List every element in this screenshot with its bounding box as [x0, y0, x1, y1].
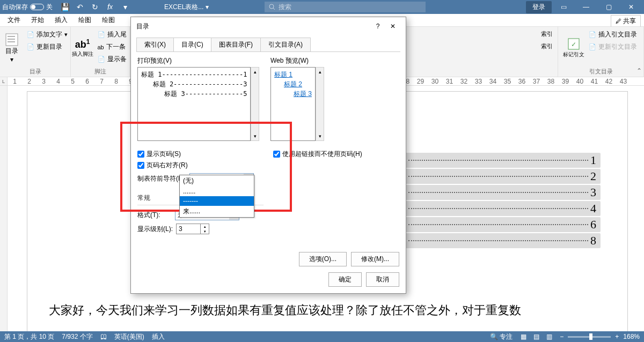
- undo-icon[interactable]: ↶: [73, 1, 87, 13]
- zoom-in-icon[interactable]: +: [615, 333, 619, 340]
- tab-home[interactable]: 开始: [26, 13, 49, 27]
- options-button[interactable]: 选项(O)...: [299, 252, 347, 266]
- document-title: EXCEL表格... ▾: [132, 3, 265, 12]
- use-hyperlinks-label: 使用超链接而不使用页码(H): [282, 150, 362, 159]
- dialog-tab-authorities[interactable]: 引文目录(A): [260, 38, 311, 51]
- dialog-titlebar: 目录 ? ✕: [131, 17, 406, 35]
- view-print-icon[interactable]: ▤: [530, 332, 543, 341]
- print-preview-scrollbar[interactable]: ▴▾: [251, 67, 259, 141]
- add-text-button[interactable]: 📄 添加文字 ▾: [25, 29, 70, 40]
- view-web-icon[interactable]: ▥: [543, 332, 555, 341]
- search-bar[interactable]: 搜索: [265, 2, 426, 12]
- ribbon-group-index: 索引 索引: [536, 27, 558, 77]
- svg-line-1: [273, 8, 275, 10]
- status-words[interactable]: 7/932 个字: [62, 332, 92, 341]
- collapse-ribbon-icon[interactable]: ⌃: [636, 67, 642, 75]
- dialog-help-icon[interactable]: ?: [370, 20, 385, 32]
- use-hyperlinks-checkbox[interactable]: [273, 151, 280, 158]
- doc-toc-row: 4: [402, 201, 601, 216]
- levels-spinner[interactable]: ▴▾: [176, 224, 209, 234]
- ribbon-group-footnote-label: 脚注: [94, 68, 106, 76]
- right-align-label: 页码右对齐(R): [147, 161, 188, 170]
- ribbon-display-icon[interactable]: ▭: [553, 0, 574, 14]
- title-bar: 自动保存 关 💾 ↶ ↻ fx ▾ EXCEL表格... ▾ 搜索 登录 ▭ —…: [0, 0, 644, 14]
- update-toc-button[interactable]: 📄 更新目录: [25, 41, 70, 53]
- svg-text:✓: ✓: [571, 41, 576, 48]
- mark-citation-icon: ✓: [567, 37, 581, 51]
- tab-insert[interactable]: 插入: [49, 13, 73, 27]
- share-button[interactable]: 🖉 共享: [611, 15, 641, 27]
- doc-toc-row: 3: [402, 185, 601, 200]
- ribbon-group-toc-label: 目录: [30, 68, 41, 76]
- index-item2[interactable]: 索引: [539, 41, 555, 51]
- status-language[interactable]: 英语(美国): [114, 332, 144, 341]
- autosave-label: 自动保存: [2, 3, 28, 12]
- status-mode[interactable]: 插入: [152, 332, 165, 341]
- dialog-tab-toc[interactable]: 目录(C): [173, 38, 211, 51]
- dialog-title-text: 目录: [136, 22, 149, 31]
- status-spellcheck-icon[interactable]: 🕮: [100, 333, 107, 340]
- insert-footnote-button[interactable]: ab1 插入脚注: [72, 29, 93, 66]
- dialog-close-icon[interactable]: ✕: [385, 20, 400, 32]
- zoom-level[interactable]: 168%: [623, 333, 640, 340]
- doc-toc-row: 2: [402, 169, 601, 184]
- doc-toc-row: 8: [402, 233, 601, 248]
- save-icon[interactable]: 💾: [58, 1, 72, 13]
- right-align-checkbox[interactable]: [137, 162, 144, 169]
- show-pagenum-label: 显示页码(S): [147, 150, 181, 159]
- next-footnote-button[interactable]: ab 下一条: [96, 41, 129, 53]
- tab-draw[interactable]: 绘图: [73, 13, 97, 27]
- ok-button[interactable]: 确定: [328, 272, 362, 287]
- print-preview-box: 标题 1---------------------1 标题 2---------…: [137, 67, 251, 141]
- zoom-slider[interactable]: [568, 336, 611, 338]
- leader-option-dots[interactable]: .......: [180, 187, 254, 196]
- levels-input[interactable]: [177, 224, 200, 234]
- update-citation-toc-button[interactable]: 📄 更新引文目录: [587, 41, 639, 53]
- leader-dropdown-list: (无) ....... ------- 来......: [179, 175, 254, 218]
- web-preview-box: 标题 1标题 2标题 3: [270, 67, 316, 141]
- ribbon-group-toc: 目录 ▾ 📄 添加文字 ▾ 📄 更新目录 目录: [0, 27, 71, 77]
- format-label: 格式(T):: [137, 211, 172, 220]
- insert-citation-toc-button[interactable]: 📄 插入引文目录: [587, 29, 639, 40]
- svg-rect-2: [6, 34, 18, 46]
- toc-dialog: 目录 ? ✕ 索引(X) 目录(C) 图表目录(F) 引文目录(A) 打印预览(…: [130, 17, 406, 294]
- redo-icon[interactable]: ↻: [88, 1, 102, 13]
- levels-up-icon[interactable]: ▴: [200, 224, 209, 229]
- levels-label: 显示级别(L):: [137, 225, 173, 234]
- web-preview-scrollbar[interactable]: ▴▾: [316, 67, 324, 141]
- qat-dropdown-icon[interactable]: ▾: [118, 1, 132, 13]
- tab-file[interactable]: 文件: [2, 13, 26, 27]
- doc-toc-row: 1: [402, 153, 601, 168]
- leader-option-last[interactable]: 来......: [180, 206, 254, 217]
- status-bar: 第 1 页，共 10 页 7/932 个字 🕮 英语(美国) 插入 🔍 专注 ▦…: [0, 331, 644, 342]
- fx-icon[interactable]: fx: [103, 1, 117, 13]
- insert-endnote-button[interactable]: 📄 插入尾: [96, 29, 129, 40]
- levels-down-icon[interactable]: ▾: [200, 229, 209, 234]
- status-focus[interactable]: 🔍 专注: [490, 332, 513, 341]
- minimize-icon[interactable]: —: [575, 0, 597, 14]
- zoom-out-icon[interactable]: −: [560, 333, 564, 340]
- leader-option-none[interactable]: (无): [180, 175, 254, 187]
- web-preview-label: Web 预览(W): [270, 56, 399, 65]
- toc-button[interactable]: 目录 ▾: [1, 29, 23, 66]
- show-notes-button[interactable]: 📄 显示备: [96, 54, 129, 65]
- insert-footnote-label: 插入脚注: [72, 50, 93, 58]
- dialog-tab-figures[interactable]: 图表目录(F): [211, 38, 261, 51]
- index-item1[interactable]: 索引: [539, 29, 555, 39]
- search-placeholder: 搜索: [279, 3, 291, 12]
- view-read-icon[interactable]: ▦: [517, 332, 530, 341]
- doc-body-text: 大家好，今天我们来学习一列数据如果有重复值应该处理？除了放任不管之外，对于重复数: [49, 301, 606, 319]
- dialog-tab-index[interactable]: 索引(X): [136, 38, 174, 51]
- tab-draw2[interactable]: 绘图: [97, 13, 120, 27]
- cancel-button[interactable]: 取消: [366, 272, 399, 287]
- show-pagenum-checkbox[interactable]: [137, 151, 144, 158]
- modify-button[interactable]: 修改(M)...: [351, 252, 399, 266]
- maximize-icon[interactable]: ▢: [598, 0, 619, 14]
- autosave-toggle[interactable]: [30, 4, 44, 10]
- status-page[interactable]: 第 1 页，共 10 页: [4, 332, 54, 341]
- dialog-tabs: 索引(X) 目录(C) 图表目录(F) 引文目录(A): [131, 35, 406, 51]
- mark-citation-button[interactable]: ✓ 标记引文: [563, 29, 584, 66]
- login-button[interactable]: 登录: [526, 1, 552, 13]
- close-icon[interactable]: ✕: [620, 0, 642, 14]
- leader-option-dashes[interactable]: -------: [180, 196, 254, 206]
